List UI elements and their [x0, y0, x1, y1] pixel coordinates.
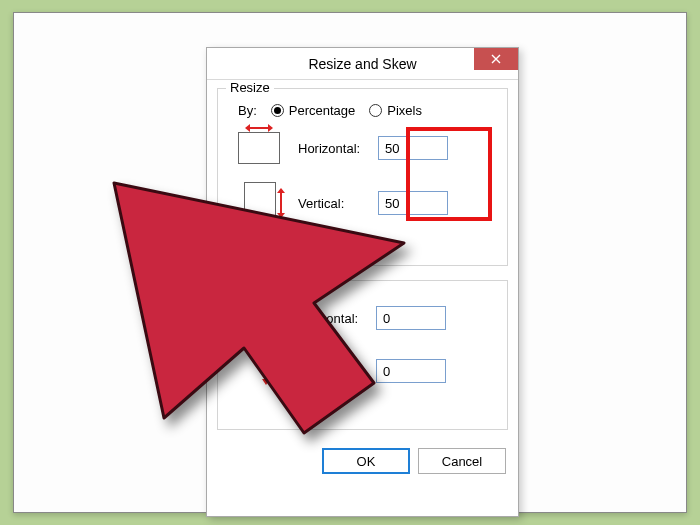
cancel-button-label: Cancel [442, 454, 482, 469]
skew-vertical-label: Vertical: [296, 364, 376, 379]
resize-vertical-row: Vertical: [230, 182, 495, 224]
cancel-button[interactable]: Cancel [418, 448, 506, 474]
skew-horizontal-row: Horizontal: [230, 303, 495, 333]
radio-percentage-label: Percentage [289, 103, 356, 118]
arrow-down-icon [262, 355, 270, 385]
resize-legend: Resize [226, 80, 274, 95]
button-row: OK Cancel [217, 444, 508, 474]
radio-circle-icon [369, 104, 382, 117]
page-frame: Resize and Skew Resize By: Percentage [13, 12, 687, 513]
dialog-content: Resize By: Percentage Pixels [207, 80, 518, 484]
resize-by-row: By: Percentage Pixels [230, 103, 495, 118]
arrow-horizontal-icon [245, 124, 273, 132]
skew-horizontal-input[interactable] [376, 306, 446, 330]
skew-vertical-input[interactable] [376, 359, 446, 383]
radio-dot-icon [274, 107, 281, 114]
skew-vertical-row: Vertical: [230, 351, 495, 391]
by-label: By: [238, 103, 257, 118]
close-icon [491, 54, 501, 64]
dialog-title: Resize and Skew [308, 56, 416, 72]
ok-button[interactable]: OK [322, 448, 410, 474]
radio-pixels-label: Pixels [387, 103, 422, 118]
resize-vertical-label: Vertical: [298, 196, 378, 211]
resize-horizontal-input[interactable] [378, 136, 448, 160]
skew-horizontal-label: Horizontal: [296, 311, 376, 326]
resize-group: Resize By: Percentage Pixels [217, 88, 508, 266]
close-button[interactable] [474, 48, 518, 70]
resize-horizontal-row: Horizontal: [230, 132, 495, 164]
resize-skew-dialog: Resize and Skew Resize By: Percentage [206, 47, 519, 517]
resize-horizontal-label: Horizontal: [298, 141, 378, 156]
ok-button-label: OK [357, 454, 376, 469]
resize-vertical-icon [244, 182, 276, 224]
skew-horizontal-icon [238, 303, 278, 333]
skew-vertical-icon [244, 351, 274, 391]
radio-pixels[interactable]: Pixels [369, 103, 422, 118]
radio-percentage[interactable]: Percentage [271, 103, 356, 118]
radio-circle-icon [271, 104, 284, 117]
titlebar: Resize and Skew [207, 48, 518, 80]
resize-horizontal-icon [238, 132, 280, 164]
arrow-vertical-icon [277, 188, 285, 218]
skew-group: Horizontal: Vertical: [217, 280, 508, 430]
resize-vertical-input[interactable] [378, 191, 448, 215]
